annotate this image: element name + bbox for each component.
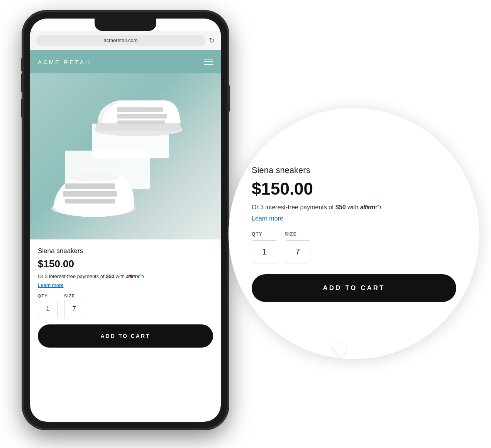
svg-rect-6 — [117, 120, 165, 124]
size-label-bubble: SIZE — [285, 231, 310, 237]
product-price-bubble: $150.00 — [252, 179, 456, 199]
learn-more-link-bubble[interactable]: Learn more — [252, 215, 456, 222]
bubble-affirm-amount: $50 — [335, 204, 346, 210]
store-logo: ACME RETAIL — [38, 59, 93, 65]
phone-frame: acmeretail.com ↻ ACME RETAIL — [23, 12, 228, 429]
affirm-arc-icon — [138, 275, 144, 278]
phone-notch — [95, 19, 156, 31]
qty-group-phone: QTY 1 — [38, 294, 58, 318]
affirm-text-bubble: Or 3 interest-free payments of $50 with … — [252, 203, 456, 212]
add-to-cart-label-bubble: ADD TO CART — [323, 284, 385, 292]
power-button — [228, 85, 230, 112]
product-image-svg — [30, 73, 208, 239]
silent-button — [21, 58, 23, 71]
phone-mockup: acmeretail.com ↻ ACME RETAIL — [23, 12, 228, 429]
svg-point-11 — [69, 172, 119, 182]
product-image-area — [30, 73, 221, 239]
affirm-suffix: with — [114, 273, 126, 279]
refresh-icon[interactable]: ↻ — [209, 36, 215, 45]
qty-input-bubble[interactable]: 1 — [252, 240, 277, 263]
bubble-affirm-suffix: with — [346, 204, 360, 210]
product-name-phone: Siena sneakers — [38, 247, 213, 255]
browser-bar: acmeretail.com ↻ — [30, 31, 221, 50]
volume-down-button — [21, 98, 23, 118]
volume-up-button — [21, 73, 23, 93]
learn-more-link-phone[interactable]: Learn more — [38, 282, 213, 288]
svg-rect-8 — [65, 183, 115, 189]
product-name-bubble: Siena sneakers — [252, 165, 456, 175]
affirm-amount: $50 — [106, 273, 114, 279]
svg-rect-4 — [117, 107, 163, 112]
hamburger-menu-icon[interactable] — [204, 59, 213, 65]
qty-label-phone: QTY — [38, 294, 58, 298]
add-to-cart-label-phone: ADD TO CART — [100, 333, 150, 339]
svg-rect-9 — [63, 191, 117, 197]
address-bar[interactable]: acmeretail.com — [36, 35, 205, 46]
phone-screen: acmeretail.com ↻ ACME RETAIL — [30, 19, 221, 422]
bubble-affirm-arc-icon — [376, 205, 381, 209]
svg-rect-5 — [117, 114, 167, 119]
size-label-phone: SIZE — [64, 294, 84, 298]
bubble-affirm-prefix: Or 3 interest-free payments of — [252, 204, 335, 210]
affirm-prefix: Or 3 interest-free payments of — [38, 273, 106, 279]
affirm-text-phone: Or 3 interest-free payments of $50 with … — [38, 273, 213, 280]
svg-rect-10 — [65, 199, 115, 204]
size-input-bubble[interactable]: 7 — [285, 240, 310, 263]
qty-size-row-phone: QTY 1 SIZE 7 — [38, 294, 213, 318]
bubble-content: Siena sneakers $150.00 Or 3 interest-fre… — [229, 146, 479, 321]
qty-input-phone[interactable]: 1 — [38, 300, 58, 318]
bubble-affirm-brand: affirm — [360, 204, 375, 210]
product-details-phone: Siena sneakers $150.00 Or 3 interest-fre… — [30, 239, 221, 355]
size-input-phone[interactable]: 7 — [64, 300, 84, 318]
zoom-bubble: Siena sneakers $150.00 Or 3 interest-fre… — [229, 108, 479, 359]
store-header: ACME RETAIL — [30, 50, 221, 73]
qty-size-row-bubble: QTY 1 SIZE 7 — [252, 231, 456, 263]
product-price-phone: $150.00 — [38, 258, 213, 270]
size-group-bubble: SIZE 7 — [285, 231, 310, 263]
qty-label-bubble: QTY — [252, 231, 277, 237]
add-to-cart-button-phone[interactable]: ADD TO CART — [38, 324, 213, 348]
affirm-brand: affirm — [126, 273, 137, 279]
qty-group-bubble: QTY 1 — [252, 231, 277, 263]
add-to-cart-button-bubble[interactable]: ADD TO CART — [252, 274, 456, 302]
size-group-phone: SIZE 7 — [64, 294, 84, 318]
